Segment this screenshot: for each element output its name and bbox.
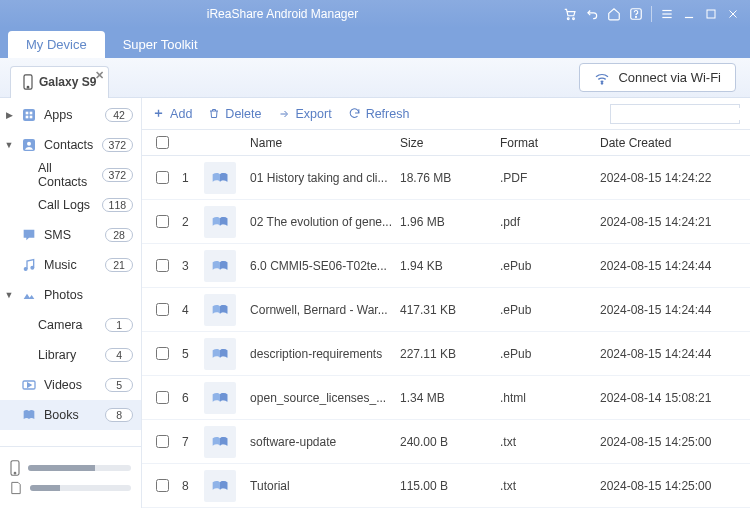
row-checkbox[interactable]	[156, 303, 169, 316]
device-tab[interactable]: Galaxy S9 ✕	[10, 66, 109, 98]
maximize-icon[interactable]	[700, 3, 722, 25]
photos-icon	[20, 286, 38, 304]
sidebar-item-all-contacts[interactable]: All Contacts372	[0, 160, 141, 190]
table-row[interactable]: 202 The evolution of gene...1.96 MB.pdf2…	[142, 200, 750, 244]
row-index: 7	[182, 435, 204, 449]
books-icon	[20, 406, 38, 424]
sidebar-item-videos[interactable]: Videos5	[0, 370, 141, 400]
row-date: 2024-08-15 14:24:22	[600, 171, 750, 185]
row-size: 417.31 KB	[400, 303, 500, 317]
row-date: 2024-08-15 14:24:44	[600, 347, 750, 361]
count-badge: 28	[105, 228, 133, 242]
row-checkbox[interactable]	[156, 479, 169, 492]
search-box[interactable]	[610, 104, 740, 124]
refresh-icon	[348, 107, 361, 120]
table-row[interactable]: 7software-update240.00 B.txt2024-08-15 1…	[142, 420, 750, 464]
row-date: 2024-08-15 14:24:44	[600, 259, 750, 273]
row-checkbox[interactable]	[156, 347, 169, 360]
sidebar-item-photos[interactable]: ▼Photos	[0, 280, 141, 310]
export-button[interactable]: Export	[278, 107, 332, 121]
minimize-icon[interactable]	[678, 3, 700, 25]
sidebar-item-music[interactable]: Music21	[0, 250, 141, 280]
content: ＋Add Delete Export Refresh Name Size For…	[142, 98, 750, 508]
col-name[interactable]: Name	[250, 136, 400, 150]
expand-arrow-icon: ▼	[4, 290, 14, 300]
phone-storage-icon	[10, 460, 20, 476]
svg-point-3	[636, 16, 637, 17]
row-index: 2	[182, 215, 204, 229]
sidebar-item-library[interactable]: Library4	[0, 340, 141, 370]
row-checkbox[interactable]	[156, 215, 169, 228]
count-badge: 8	[105, 408, 133, 422]
count-badge: 118	[102, 198, 134, 212]
help-icon[interactable]	[625, 3, 647, 25]
table-row[interactable]: 36.0 CMMI5-SE06-T02te...1.94 KB.ePub2024…	[142, 244, 750, 288]
sidebar-item-sms[interactable]: SMS28	[0, 220, 141, 250]
svg-rect-18	[30, 116, 33, 119]
row-name: 6.0 CMMI5-SE06-T02te...	[250, 259, 400, 273]
device-close-icon[interactable]: ✕	[95, 69, 104, 82]
storage-panel	[0, 446, 141, 508]
sidebar-item-camera[interactable]: Camera1	[0, 310, 141, 340]
row-name: 01 History taking and cli...	[250, 171, 400, 185]
sidebar-item-books[interactable]: Books8	[0, 400, 141, 430]
sidebar-item-contacts[interactable]: ▼Contacts372	[0, 130, 141, 160]
row-name: description-requirements	[250, 347, 400, 361]
home-icon[interactable]	[603, 3, 625, 25]
col-size[interactable]: Size	[400, 136, 500, 150]
back-icon[interactable]	[581, 3, 603, 25]
tab-super-toolkit[interactable]: Super Toolkit	[105, 31, 216, 58]
row-format: .ePub	[500, 347, 600, 361]
count-badge: 1	[105, 318, 133, 332]
sidebar-item-label: SMS	[44, 228, 99, 242]
sidebar-item-apps[interactable]: ▶Apps42	[0, 100, 141, 130]
toolbar: ＋Add Delete Export Refresh	[142, 98, 750, 130]
plus-icon: ＋	[152, 105, 165, 122]
row-checkbox[interactable]	[156, 391, 169, 404]
book-icon	[204, 206, 236, 238]
search-input[interactable]	[616, 108, 750, 120]
expand-arrow-icon: ▶	[4, 110, 14, 120]
add-button[interactable]: ＋Add	[152, 105, 192, 122]
row-format: .txt	[500, 435, 600, 449]
sidebar-item-label: Videos	[44, 378, 99, 392]
wifi-icon	[594, 71, 610, 85]
table-row[interactable]: 6open_source_licenses_...1.34 MB.html202…	[142, 376, 750, 420]
row-name: 02 The evolution of gene...	[250, 215, 400, 229]
svg-point-12	[27, 86, 29, 88]
storage-bar-sd	[30, 485, 60, 491]
row-checkbox[interactable]	[156, 171, 169, 184]
row-format: .ePub	[500, 303, 600, 317]
count-badge: 372	[102, 138, 134, 152]
sidebar-item-label: All Contacts	[38, 161, 96, 189]
phone-icon	[23, 74, 33, 90]
select-all-checkbox[interactable]	[156, 136, 169, 149]
sidebar-item-label: Call Logs	[38, 198, 96, 212]
tab-my-device[interactable]: My Device	[8, 31, 105, 58]
col-format[interactable]: Format	[500, 136, 600, 150]
sidebar-item-label: Music	[44, 258, 99, 272]
sidebar-item-call-logs[interactable]: Call Logs118	[0, 190, 141, 220]
contacts-icon	[20, 136, 38, 154]
svg-rect-14	[23, 109, 35, 121]
sidebar-item-label: Photos	[44, 288, 133, 302]
close-icon[interactable]	[722, 3, 744, 25]
cart-icon[interactable]	[559, 3, 581, 25]
row-checkbox[interactable]	[156, 259, 169, 272]
row-checkbox[interactable]	[156, 435, 169, 448]
table-row[interactable]: 8Tutorial115.00 B.txt2024-08-15 14:25:00	[142, 464, 750, 508]
table-row[interactable]: 101 History taking and cli...18.76 MB.PD…	[142, 156, 750, 200]
delete-button[interactable]: Delete	[208, 107, 261, 121]
subheader: Galaxy S9 ✕ Connect via Wi-Fi	[0, 58, 750, 98]
refresh-button[interactable]: Refresh	[348, 107, 410, 121]
table-row[interactable]: 4Cornwell, Bernard - War...417.31 KB.ePu…	[142, 288, 750, 332]
sidebar-item-label: Apps	[44, 108, 99, 122]
col-date[interactable]: Date Created	[600, 136, 750, 150]
titlebar: iReaShare Android Manager	[0, 0, 750, 28]
row-size: 1.94 KB	[400, 259, 500, 273]
menu-icon[interactable]	[656, 3, 678, 25]
table-row[interactable]: 5description-requirements227.11 KB.ePub2…	[142, 332, 750, 376]
main-tabs: My Device Super Toolkit	[0, 28, 750, 58]
device-name: Galaxy S9	[39, 75, 96, 89]
connect-wifi-button[interactable]: Connect via Wi-Fi	[579, 63, 736, 92]
